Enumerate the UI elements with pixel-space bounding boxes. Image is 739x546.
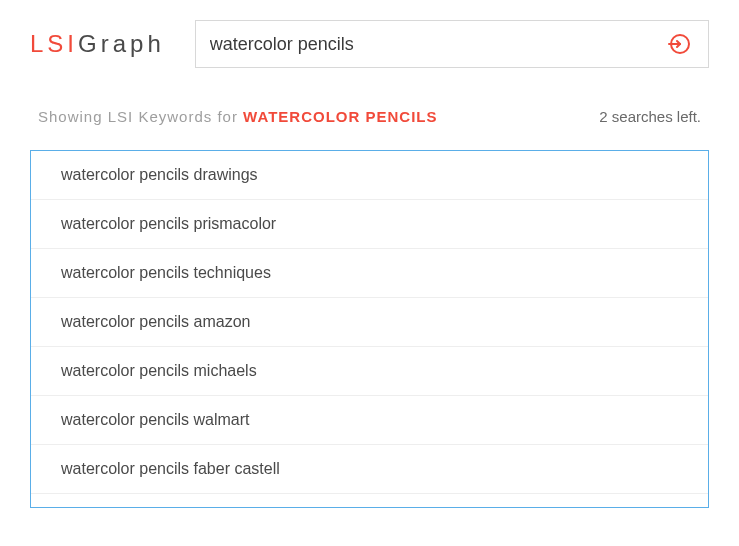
result-item[interactable]: watercolor pencils prismacolor [31, 200, 708, 249]
keyword-highlight: WATERCOLOR PENCILS [243, 108, 437, 125]
results-list[interactable]: watercolor pencils drawingswatercolor pe… [31, 151, 708, 507]
searches-left: 2 searches left. [599, 108, 701, 125]
result-item[interactable]: watercolor pencils michaels [31, 347, 708, 396]
logo-graph: Graph [78, 30, 165, 57]
result-item[interactable]: watercolor pencils drawings [31, 151, 708, 200]
result-item[interactable]: watercolor pencils art [31, 494, 708, 507]
result-item[interactable]: watercolor pencils faber castell [31, 445, 708, 494]
logo-lsi: LSI [30, 30, 78, 57]
search-box [195, 20, 709, 68]
result-item[interactable]: watercolor pencils walmart [31, 396, 708, 445]
showing-prefix: Showing LSI Keywords for [38, 108, 243, 125]
result-item[interactable]: watercolor pencils amazon [31, 298, 708, 347]
results-box: watercolor pencils drawingswatercolor pe… [30, 150, 709, 508]
subheader: Showing LSI Keywords for WATERCOLOR PENC… [30, 108, 709, 125]
header: LSIGraph [30, 20, 709, 68]
logo: LSIGraph [30, 30, 165, 58]
search-input[interactable] [210, 34, 662, 55]
enter-icon [666, 32, 690, 56]
submit-button[interactable] [662, 28, 694, 60]
result-item[interactable]: watercolor pencils techniques [31, 249, 708, 298]
showing-text: Showing LSI Keywords for WATERCOLOR PENC… [38, 108, 437, 125]
